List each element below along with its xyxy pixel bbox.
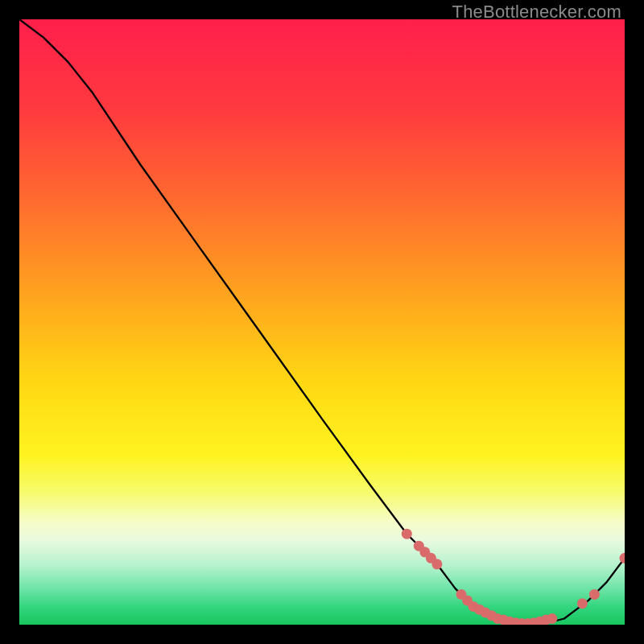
data-point xyxy=(431,559,442,569)
chart-svg xyxy=(19,19,625,625)
chart-background xyxy=(19,19,625,625)
data-point xyxy=(402,529,412,539)
data-point xyxy=(577,598,588,609)
watermark-text: TheBottlenecker.com xyxy=(452,2,621,23)
data-point xyxy=(547,613,557,624)
data-point xyxy=(589,589,600,600)
chart-frame xyxy=(19,19,625,625)
